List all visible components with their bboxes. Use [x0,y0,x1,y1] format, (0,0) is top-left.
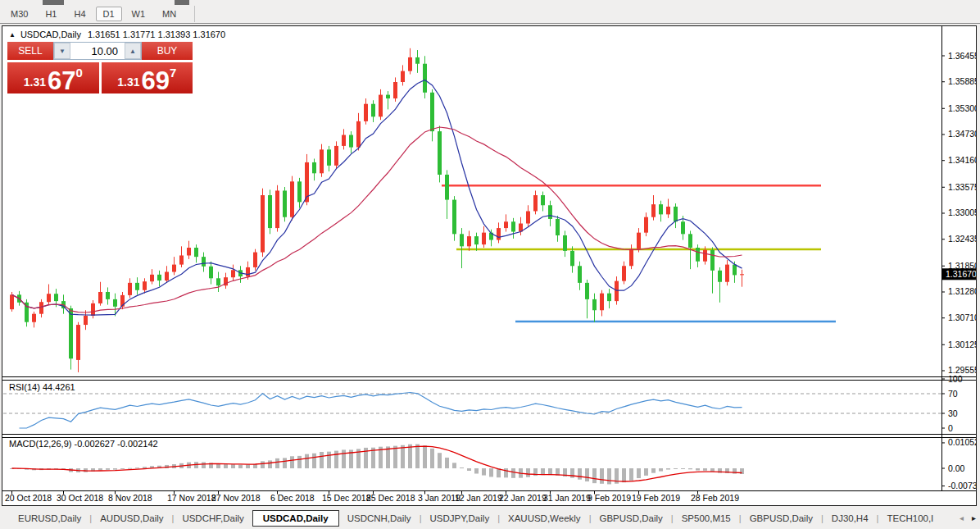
candle [275,190,279,228]
candle [556,219,560,235]
volume-input[interactable]: 10.00 [70,43,125,59]
macd-histogram-bar [320,452,324,468]
candle [570,251,574,266]
macd-histogram-bar [216,464,220,468]
rsi-axis-label: 0 [948,423,953,433]
timeframe-button-w1[interactable]: W1 [125,7,153,21]
chart-tab-audusd-daily[interactable]: AUDUSD,Daily [92,511,171,526]
volume-increase-icon[interactable]: ▲ [125,43,141,59]
macd-histogram-bar [659,468,663,472]
candle [76,325,80,360]
current-price-label: 1.31670 [946,269,976,279]
macd-histogram-bar [224,464,228,468]
toolbar-separator [194,6,195,22]
candle [165,272,169,281]
macd-histogram-bar [637,468,641,478]
macd-histogram-bar [438,453,442,468]
chart-tab-dj30-h4[interactable]: DJ30,H4 [823,511,877,526]
date-axis-label: 6 Dec 2018 [270,493,315,503]
candle [393,82,397,98]
macd-histogram-bar [474,468,479,474]
sell-button[interactable]: SELL [7,42,53,60]
price-axis-label: 1.33575 [948,182,976,192]
axes-layer: 1.364551.358851.353001.347301.341601.335… [2,26,976,503]
candle [356,121,361,148]
candle [563,235,567,251]
candle [696,248,700,262]
buy-button[interactable]: BUY [142,42,193,60]
chart-tab-usdcad-daily[interactable]: USDCAD,Daily [252,510,339,527]
candle [497,228,501,239]
rsi-axis-label: 100 [948,374,963,384]
sell-price-sup: 0 [75,66,82,80]
date-axis-label: 25 Dec 2018 [366,493,415,503]
candle [69,308,73,358]
volume-decrease-icon[interactable]: ▼ [54,43,70,59]
macd-histogram-bar [607,468,611,484]
timeframe-button-h4[interactable]: H4 [66,7,93,21]
price-axis-label: 1.33005 [948,207,976,217]
macd-histogram-bar [135,467,139,468]
macd-histogram-bar [305,454,309,468]
macd-histogram-bar [98,468,102,471]
candle [364,104,368,121]
candle [408,57,412,71]
volume-spinner: ▼ 10.00 ▲ [53,42,142,60]
buy-price-big: 69 [141,70,169,92]
macd-histogram-bar [238,465,243,468]
macd-histogram-bar [482,468,486,476]
date-axis-label: 9 Feb 2019 [588,493,631,503]
candle [32,314,36,322]
candle [113,299,117,307]
macd-histogram-bar [585,468,589,481]
macd-histogram-bar [408,445,412,468]
chart-tab-eurusd-daily[interactable]: EURUSD,Daily [10,511,89,526]
tab-scroll-left-icon[interactable]: ◂ [960,513,964,522]
date-axis-label: 27 Nov 2018 [211,493,261,503]
candle [629,249,633,267]
buy-price-panel[interactable]: 1.31 69 7 [102,62,193,93]
candle [54,294,58,301]
macd-histogram-bar [423,445,427,468]
chart-tab-gbpusd-daily[interactable]: GBPUSD,Daily [742,511,821,526]
level-lines-layer [442,185,836,322]
chart-window: 1.364551.358851.353001.347301.341601.335… [2,25,977,506]
timeframe-button-mn[interactable]: MN [155,7,184,21]
candle [283,190,287,217]
chart-tab-xauusd-weekly[interactable]: XAUUSD,Weekly [500,511,589,526]
candle [474,236,479,244]
chart-tab-usdjpy-daily[interactable]: USDJPY,Daily [421,511,497,526]
macd-histogram-bar [578,468,582,480]
macd-histogram-bar [600,468,604,484]
chart-canvas[interactable]: 1.364551.358851.353001.347301.341601.335… [2,26,976,505]
candle [202,257,206,267]
timeframe-button-d1[interactable]: D1 [96,7,122,21]
candle [216,278,220,285]
timeframe-button-m30[interactable]: M30 [3,7,35,21]
chart-tab-gbpusd-daily[interactable]: GBPUSD,Daily [591,511,670,526]
chart-tab-usdcnh-daily[interactable]: USDCNH,Daily [339,511,420,526]
date-axis-label: 17 Nov 2018 [167,493,216,503]
candle [644,217,648,233]
candle [585,283,589,299]
candle [541,195,545,205]
candle [430,93,434,131]
chart-tab-tech100-i[interactable]: TECH100,I [878,511,941,526]
price-axis-label: 1.35300 [948,103,976,113]
candle [740,274,744,275]
chart-tab-sp500-m15[interactable]: SP500,M15 [674,511,739,526]
chart-tab-usdchf-daily[interactable]: USDCHF,Daily [174,511,252,526]
date-axis-label: 28 Feb 2019 [691,493,739,503]
macd-histogram-bar [290,456,294,468]
candle [194,248,198,257]
sell-price-panel[interactable]: 1.31 67 0 [7,62,99,93]
chart-ohlc-values: 1.31651 1.31771 1.31393 1.31670 [88,30,225,39]
macd-histogram-bar [511,468,515,478]
one-click-trading-panel: SELL ▼ 10.00 ▲ BUY 1.31 67 0 1.31 69 7 [7,42,193,93]
top-toolbar: M30H1H4D1W1MN [0,0,980,24]
collapse-arrow-icon[interactable]: ▲ [9,31,16,39]
tab-scroll-right-icon[interactable]: ▸ [972,513,976,522]
candle [379,95,383,117]
candle [246,267,250,276]
timeframe-button-h1[interactable]: H1 [38,7,64,21]
